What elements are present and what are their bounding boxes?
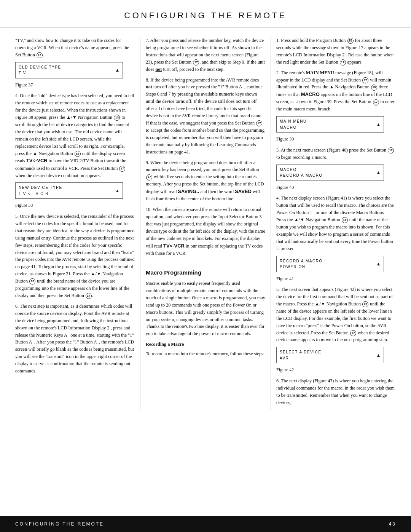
lcd-line-9: RECORD A MACRO bbox=[280, 258, 323, 264]
col3-p1: 1. Press and hold the Program Button 25 … bbox=[276, 37, 396, 66]
lcd-line-11: SELECT A DEVICE bbox=[280, 349, 322, 355]
col3-p3: 3. At the next menu screen (Figure 40) p… bbox=[276, 147, 396, 161]
col2-macro-intro: Macros enable you to easily repeat frequ… bbox=[146, 280, 265, 337]
lcd-display-40: MACRO RECORD A MACRO ▲ bbox=[276, 165, 384, 181]
page-title: CONFIGURING THE REMOTE bbox=[0, 0, 411, 28]
figure-38-label: Figure 38 bbox=[15, 202, 135, 209]
lcd-line-5: MAIN MENU bbox=[280, 118, 307, 125]
lcd-display-38: NEW DEVICE TYPE T V < - V C R ▲ bbox=[15, 182, 123, 199]
figure-42-label: Figure 42 bbox=[276, 366, 396, 374]
col1-p5: 5. Once the new device is selected, the … bbox=[15, 213, 135, 299]
lcd-display-42: SELECT A DEVICE AVR ▲ bbox=[276, 347, 384, 363]
lcd-display-37: OLD DEVICE TYPE T V ▲ bbox=[15, 62, 123, 78]
set-button-icon-1: 17 bbox=[37, 52, 43, 58]
lcd-line-3: NEW DEVICE TYPE bbox=[19, 185, 62, 191]
program-btn-icon: 25 bbox=[347, 38, 354, 44]
set-btn-icon-9: 17 bbox=[373, 99, 379, 105]
figure-39-label: Figure 39 bbox=[276, 136, 396, 143]
set-btn-icon-3: 17 bbox=[86, 293, 92, 299]
nav-btn-15a: 15 bbox=[114, 115, 120, 121]
col1-intro: "TV," and show how to change it to take … bbox=[15, 37, 135, 59]
figure-41-label: Figure 41 bbox=[276, 275, 396, 283]
recording-heading: Recording a Macro bbox=[146, 341, 265, 348]
page-footer: CONFIGURING THE REMOTE 43 bbox=[0, 516, 411, 532]
macro-heading: Macro Programming bbox=[146, 268, 265, 277]
col1-p6: 6. The next step is important, as it det… bbox=[15, 303, 135, 375]
lcd-arrow-6: ▲ bbox=[376, 352, 381, 359]
lcd-line-2: T V bbox=[19, 70, 26, 76]
col3-p2: 2. The remote's MAIN MENU message (Figur… bbox=[276, 69, 396, 113]
lcd-arrow-4: ▲ bbox=[376, 169, 381, 176]
set-btn-icon-5: 17 bbox=[256, 120, 262, 126]
set-btn-icon-2: 17 bbox=[119, 166, 125, 172]
set-btn-icon-8: 17 bbox=[362, 77, 368, 83]
nav-btn-15f: 15 bbox=[362, 301, 368, 307]
lcd-line-8: RECORD A MACRO bbox=[280, 173, 323, 179]
lcd-line-4: T V < - V C R bbox=[19, 191, 49, 197]
set-btn-icon-4: 17 bbox=[193, 59, 199, 66]
set-btn-icon-11: 17 bbox=[350, 330, 356, 336]
footer-page-number: 43 bbox=[389, 521, 396, 527]
nav-btn-15e: 15 bbox=[342, 217, 348, 223]
lcd-arrow-2: ▲ bbox=[115, 187, 120, 195]
nav-btn-15c: 15 bbox=[29, 278, 35, 284]
col2-recording-intro: To record a macro into the remote's memo… bbox=[146, 350, 265, 358]
lcd-line-7: MACRO bbox=[280, 167, 297, 173]
col2-p10: 10. When the codes are saved the remote … bbox=[146, 206, 265, 257]
column-1: "TV," and show how to change it to take … bbox=[15, 37, 140, 410]
main-content: "TV," and show how to change it to take … bbox=[0, 28, 411, 417]
col2-p9: 9. When the device being programmed does… bbox=[146, 159, 265, 203]
col2-p7: 7. After you press and release the numbe… bbox=[146, 37, 265, 73]
set-btn-icon-6: 17 bbox=[146, 174, 152, 181]
lcd-line-10: POWER ON bbox=[280, 264, 306, 270]
set-btn-icon-7: 17 bbox=[340, 59, 346, 66]
col3-p4: 4. The next display screen (Figure 41) i… bbox=[276, 195, 396, 252]
lcd-arrow-3: ▲ bbox=[376, 121, 381, 128]
set-btn-icon-10: 17 bbox=[388, 147, 394, 153]
lcd-display-41: RECORD A MACRO POWER ON ▲ bbox=[276, 256, 384, 272]
lcd-line-6: MACRO bbox=[280, 125, 297, 131]
lcd-line-1: OLD DEVICE TYPE bbox=[19, 64, 61, 70]
lcd-arrow: ▲ bbox=[115, 67, 120, 74]
footer-left-text: CONFIGURING THE REMOTE bbox=[15, 521, 104, 527]
col3-p6: 6. The next display (Figure 43) is where… bbox=[276, 377, 396, 406]
col3-p5: 5. The next screen that appears (Figure … bbox=[276, 286, 396, 343]
lcd-line-12: AVR bbox=[280, 355, 289, 361]
col2-p8: 8. If the device being programmed into t… bbox=[146, 77, 265, 156]
figure-37-label: Figure 37 bbox=[15, 81, 135, 89]
column-2: 7. After you press and release the numbe… bbox=[140, 37, 271, 410]
figure-40-label: Figure 40 bbox=[276, 184, 396, 191]
nav-btn-15d: 15 bbox=[371, 85, 377, 91]
col1-p4a: 4. Once the "old" device type has been s… bbox=[15, 92, 135, 179]
column-3: 1. Press and hold the Program Button 25 … bbox=[271, 37, 396, 410]
header-title: CONFIGURING THE REMOTE bbox=[124, 11, 287, 20]
nav-btn-15b: 15 bbox=[75, 151, 81, 157]
lcd-display-39: MAIN MENU MACRO ▲ bbox=[276, 116, 384, 133]
lcd-arrow-5: ▲ bbox=[376, 260, 381, 268]
